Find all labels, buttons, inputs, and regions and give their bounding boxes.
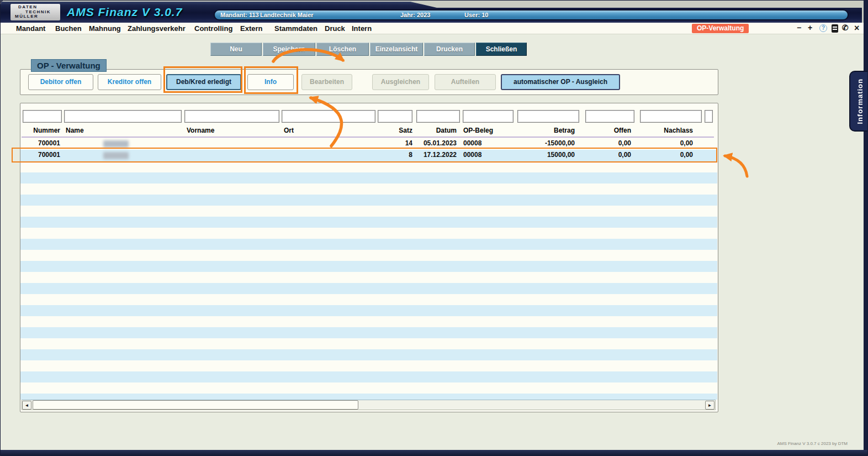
filter-input-datum[interactable] (416, 110, 460, 123)
app-title: AMS Finanz V 3.0.7 (67, 6, 182, 19)
minimize-icon[interactable]: − (797, 23, 801, 32)
cell-datum: 05.01.2023 (415, 139, 457, 147)
menu-extern[interactable]: Extern (240, 24, 262, 33)
neu-button[interactable]: Neu (210, 43, 262, 56)
company-logo: DATEN TECHNIK MÜLLER (10, 4, 60, 20)
cell-name-redacted (103, 152, 129, 159)
col-header-op-beleg[interactable]: OP-Beleg (463, 127, 513, 134)
information-tab-label: Information (856, 78, 864, 124)
col-header-satz[interactable]: Satz (378, 127, 412, 134)
ausgleichen-button[interactable]: Ausgleichen (372, 74, 429, 90)
cell-op-beleg: 00008 (463, 151, 513, 159)
footer-version-text: AMS Finanz V 3.0.7 c 2023 by DTM (777, 441, 848, 446)
window-frame-bottom (1, 450, 868, 456)
table-row-selected[interactable]: 700001 8 17.12.2022 00008 15000,00 0,00 … (20, 150, 717, 161)
cell-op-beleg: 00008 (463, 139, 513, 147)
filter-input-satz[interactable] (378, 110, 412, 123)
menu-druck[interactable]: Druck (325, 24, 345, 33)
kreditor-offen-button[interactable]: Kreditor offen (98, 74, 161, 90)
speichern-button[interactable]: Speichern (263, 43, 315, 56)
einzelansicht-button[interactable]: Einzelansicht (370, 43, 423, 56)
logo-line: MÜLLER (15, 14, 60, 19)
menu-bar: Mandant Buchen Mahnung Zahlungsverkehr C… (1, 23, 868, 34)
cell-betrag: -15000,00 (517, 139, 575, 147)
app-window: DATEN TECHNIK MÜLLER AMS Finanz V 3.0.7 … (0, 0, 868, 456)
cell-name-redacted (103, 140, 129, 148)
cell-datum: 17.12.2022 (415, 151, 457, 159)
scroll-left-arrow-icon[interactable]: ◄ (22, 401, 31, 410)
deb-kred-erledigt-button[interactable]: Deb/Kred erledigt (166, 74, 241, 90)
information-side-tab[interactable]: Information (849, 71, 868, 132)
annotation-arrow-row (725, 156, 747, 176)
menu-mandant[interactable]: Mandant (16, 24, 45, 33)
maximize-icon[interactable]: + (808, 23, 812, 32)
help-icon[interactable]: ? (819, 24, 827, 32)
table-empty-rows (20, 161, 717, 400)
phone-icon[interactable]: ✆ (842, 23, 849, 32)
cell-betrag: 15000,00 (517, 151, 575, 159)
header-bar: DATEN TECHNIK MÜLLER AMS Finanz V 3.0.7 … (1, 1, 868, 23)
cell-satz: 8 (378, 151, 412, 159)
info-button[interactable]: Info (247, 74, 294, 90)
cell-nachlass: 0,00 (640, 139, 693, 147)
aufteilen-button[interactable]: Aufteilen (435, 74, 496, 90)
header-divider (22, 137, 714, 138)
menu-intern[interactable]: Intern (352, 24, 372, 33)
cell-satz: 14 (378, 139, 412, 147)
cell-nummer: 700001 (23, 139, 60, 147)
filter-input-name[interactable] (64, 110, 182, 123)
filter-input-op-beleg[interactable] (463, 110, 514, 123)
scrollbar-thumb[interactable] (33, 400, 358, 410)
status-client-name: Landtechnik Maier (260, 12, 314, 18)
page-title: OP - Verwaltung (31, 59, 107, 72)
table-row[interactable]: 700001 14 05.01.2023 00008 -15000,00 0,0… (20, 138, 717, 150)
journal-icon[interactable] (832, 24, 838, 33)
table-header-row: Nummer Name Vorname Ort Satz Datum OP-Be… (20, 127, 717, 136)
menu-controlling[interactable]: Controlling (194, 24, 232, 33)
filter-input-vorname[interactable] (184, 110, 279, 123)
status-bar: Mandant: 113 Landtechnik Maier Jahr: 202… (214, 9, 849, 20)
col-header-ort[interactable]: Ort (284, 127, 374, 134)
col-header-betrag[interactable]: Betrag (517, 127, 575, 134)
loeschen-button[interactable]: Löschen (316, 43, 369, 56)
filter-input-extra[interactable] (705, 110, 713, 123)
filter-input-nummer[interactable] (23, 110, 62, 123)
schliessen-button[interactable]: Schließen (476, 43, 527, 56)
active-module-badge: OP-Verwaltung (692, 24, 749, 33)
drucken-button[interactable]: Drucken (424, 43, 475, 56)
cell-nachlass: 0,00 (640, 151, 693, 159)
status-jahr: Jahr: 2023 (400, 12, 430, 18)
menu-stammdaten[interactable]: Stammdaten (274, 24, 317, 33)
filter-input-betrag[interactable] (517, 110, 579, 123)
cell-offen: 0,00 (585, 151, 631, 159)
col-header-vorname[interactable]: Vorname (187, 127, 278, 134)
auto-op-ausgleich-button[interactable]: automatischer OP - Ausgleich (501, 74, 620, 90)
menu-mahnung[interactable]: Mahnung (89, 24, 121, 33)
filter-input-ort[interactable] (282, 110, 375, 123)
status-mandant: Mandant: 113 (220, 12, 259, 18)
filter-input-nachlass[interactable] (640, 110, 702, 123)
filter-input-offen[interactable] (585, 110, 634, 123)
col-header-nummer[interactable]: Nummer (23, 127, 60, 134)
col-header-nachlass[interactable]: Nachlass (640, 127, 693, 134)
menu-zahlungsverkehr[interactable]: Zahlungsverkehr (128, 24, 186, 33)
cell-nummer: 700001 (23, 151, 60, 159)
col-header-name[interactable]: Name (66, 127, 182, 134)
bearbeiten-button[interactable]: Bearbeiten (301, 74, 352, 90)
status-user: User: 10 (464, 12, 488, 18)
col-header-offen[interactable]: Offen (585, 127, 631, 134)
cell-offen: 0,00 (585, 139, 631, 147)
close-icon[interactable]: × (854, 23, 859, 33)
debitor-offen-button[interactable]: Debitor offen (28, 74, 93, 90)
col-header-datum[interactable]: Datum (415, 127, 457, 134)
scroll-right-arrow-icon[interactable]: ► (705, 401, 714, 410)
window-frame-right (864, 1, 868, 456)
menu-buchen[interactable]: Buchen (55, 24, 82, 33)
